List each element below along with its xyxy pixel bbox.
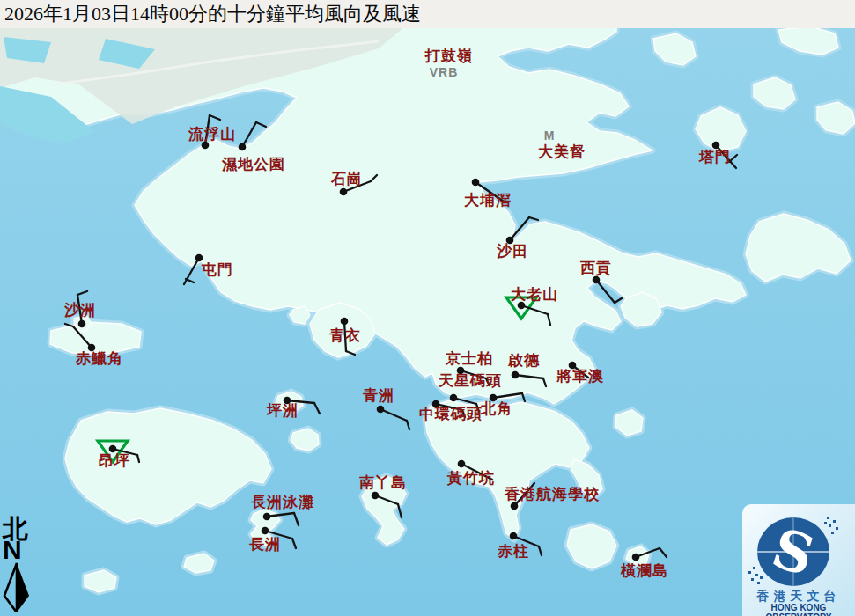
wind-barb: [529, 217, 538, 220]
station-dot: [263, 513, 271, 521]
wind-barb: [346, 351, 355, 355]
station-label: 石崗: [331, 169, 363, 189]
wind-barb-overlay: [0, 0, 855, 616]
wind-barb: [242, 122, 256, 147]
station-dot: [239, 143, 247, 151]
wind-barb: [210, 115, 220, 120]
wind-barb: [256, 122, 266, 127]
station-label: 黃竹坑: [447, 468, 495, 488]
station-label: 啟德: [508, 350, 540, 370]
station-label: 青洲: [363, 385, 394, 406]
wind-barb: [515, 375, 543, 378]
wind-barb: [292, 539, 296, 548]
station-label: 北角: [481, 399, 512, 419]
station-dot: [340, 188, 348, 196]
station-label: 京士柏: [446, 348, 493, 369]
wind-barb: [294, 513, 299, 525]
wind-barb: [407, 421, 409, 429]
north-arrow: 北 N: [0, 512, 39, 616]
wind-barb: [267, 513, 294, 517]
wind-barb: [493, 393, 522, 398]
station-label: 流浮山: [188, 124, 236, 144]
station-label: 昂坪: [99, 451, 130, 471]
wind-map-app: 打鼓嶺VRB大美督M流浮山濕地公園石崗大埔滘塔門沙田屯門西貢大老山沙洲赤鱲角青衣…: [0, 0, 855, 616]
station-label: 香港航海學校: [505, 484, 600, 504]
station-dot: [450, 394, 458, 402]
station-label: 濕地公園: [222, 154, 285, 174]
wind-barb: [314, 403, 320, 414]
wind-barb: [73, 326, 92, 348]
wind-barb: [137, 455, 139, 462]
wind-barb: [65, 324, 73, 326]
wind-barb: [380, 409, 407, 421]
station-label: 中環碼頭: [419, 404, 483, 424]
station-label: 青衣: [329, 326, 361, 346]
station-dot: [512, 371, 520, 379]
wind-barb: [543, 378, 546, 386]
hko-logo: S 香港天文台 HONG KONG OBSERVATORY: [742, 504, 855, 616]
wind-barb: [596, 280, 615, 303]
station-label: 大美督: [538, 142, 586, 162]
station-label: 塔門: [699, 147, 731, 167]
station-note: VRB: [430, 65, 459, 79]
station-dot: [341, 318, 349, 326]
wind-barb: [371, 175, 377, 181]
wind-barb: [398, 504, 402, 517]
wind-barb: [548, 314, 550, 325]
station-label: 西貢: [580, 258, 612, 278]
station-label: 沙田: [497, 241, 528, 261]
station-label: 沙洲: [64, 300, 96, 320]
hko-logo-icon: S: [742, 506, 855, 590]
north-label-letter: N: [3, 535, 22, 565]
station-label: 南丫島: [359, 473, 407, 493]
wind-barb: [636, 548, 660, 557]
station-label: 赤鱲角: [76, 348, 123, 369]
station-note: M: [544, 128, 556, 143]
map-title: 2026年1月03日14時00分的十分鐘平均風向及風速: [0, 0, 855, 28]
station-dot: [472, 179, 480, 187]
station-label: 大埔滘: [464, 190, 512, 210]
station-label: 打鼓嶺: [425, 46, 473, 66]
wind-barb: [77, 291, 87, 295]
station-label: 坪洲: [267, 400, 299, 421]
station-label: 天星碼頭: [439, 370, 502, 391]
north-arrow-icon: [0, 561, 35, 612]
wind-barb: [615, 298, 622, 303]
wind-barb: [539, 546, 542, 555]
station-dot: [372, 492, 380, 500]
station-dot: [458, 460, 466, 468]
station-label: 大老山: [511, 284, 558, 304]
station-dot: [510, 532, 518, 540]
station-label: 將軍澳: [556, 366, 604, 386]
station-label: 橫瀾島: [621, 561, 668, 581]
wind-barb: [522, 393, 525, 401]
wind-barb: [660, 548, 667, 557]
station-dot: [78, 320, 86, 328]
wind-barb: [510, 217, 529, 240]
station-label: 長洲: [249, 534, 281, 554]
station-label: 屯門: [202, 260, 233, 280]
station-label: 長洲泳灘: [251, 492, 314, 512]
hko-name-english: HONG KONG OBSERVATORY: [742, 603, 855, 616]
station-dot: [377, 406, 385, 414]
station-label: 赤柱: [498, 541, 529, 561]
